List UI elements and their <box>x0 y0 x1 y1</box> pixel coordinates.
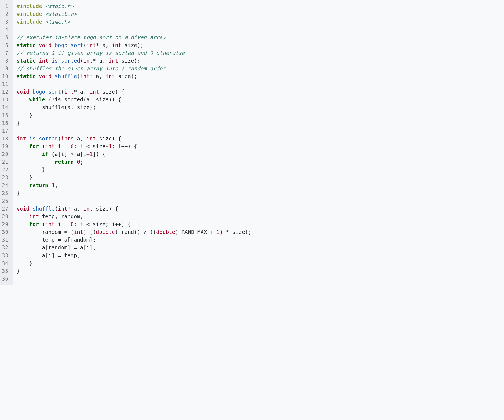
code-token <box>17 96 29 103</box>
code-token <box>52 42 55 48</box>
code-token: int <box>80 73 90 79</box>
code-line <box>17 197 504 205</box>
code-token: // returns 1 if given array is sorted an… <box>17 50 185 56</box>
line-number: 19 <box>0 142 11 150</box>
code-token: } <box>17 174 32 180</box>
code-token: void <box>39 42 52 48</box>
code-line: void shuffle(int* a, int size) { <box>17 205 504 212</box>
code-token: int <box>112 42 121 48</box>
line-number: 24 <box>0 181 11 189</box>
code-token <box>29 89 32 95</box>
code-line: a[random] = a[i]; <box>17 244 504 251</box>
code-line <box>17 25 504 33</box>
code-token: a[i] = temp; <box>17 252 80 258</box>
code-line: static int is_sorted(int* a, int size); <box>17 57 504 65</box>
code-token: temp, random; <box>39 213 83 219</box>
code-token: return <box>55 159 74 165</box>
code-token: * a, <box>96 42 112 48</box>
line-number: 15 <box>0 111 11 119</box>
code-line <box>17 80 504 88</box>
line-number: 21 <box>0 158 11 166</box>
code-token: ( <box>39 221 45 227</box>
code-token: } <box>17 268 20 274</box>
code-token: i = <box>55 221 70 227</box>
line-number: 20 <box>0 150 11 158</box>
code-token: ( <box>77 73 80 79</box>
code-token <box>29 206 32 212</box>
code-token: ( <box>58 135 61 142</box>
code-token: int <box>45 143 55 149</box>
code-token: ( <box>80 58 83 64</box>
code-token <box>26 135 29 142</box>
code-line: int is_sorted(int* a, int size) { <box>17 135 504 142</box>
code-token: size); <box>115 73 137 79</box>
code-token: return <box>29 182 49 188</box>
code-token: ( <box>61 89 64 95</box>
code-line: temp = a[random]; <box>17 236 504 244</box>
code-token <box>74 159 77 165</box>
code-token: size) { <box>93 206 118 212</box>
code-token <box>17 182 29 188</box>
code-token: } <box>17 167 45 173</box>
code-token: } <box>17 190 20 196</box>
code-token: } <box>17 112 32 118</box>
code-token: shuffle <box>32 206 55 212</box>
code-token: ; i++) { <box>112 143 137 149</box>
code-token: ; <box>80 159 83 165</box>
code-line: } <box>17 119 504 127</box>
code-token: (a[i] > a[i+ <box>48 151 90 157</box>
code-token: static <box>17 73 36 79</box>
line-number: 1 <box>0 2 11 10</box>
code-token: for <box>29 221 39 227</box>
code-token: <time.h> <box>45 19 71 25</box>
code-token <box>48 182 51 188</box>
code-token: int <box>45 221 55 227</box>
line-number: 13 <box>0 96 11 103</box>
code-line: while (!is_sorted(a, size)) { <box>17 96 504 103</box>
line-number: 31 <box>0 236 11 244</box>
code-token: shuffle <box>55 73 77 79</box>
code-line: #include <stdio.h> <box>17 2 504 10</box>
code-token <box>17 221 29 227</box>
code-line: } <box>17 166 504 173</box>
code-token: int <box>109 58 118 64</box>
code-line: #include <stdlib.h> <box>17 10 504 18</box>
line-number: 9 <box>0 65 11 72</box>
code-line: // executes in-place bogo sort on a give… <box>17 33 504 41</box>
line-number: 7 <box>0 49 11 57</box>
code-token: a[random] = a[i]; <box>17 244 96 250</box>
code-token: int <box>74 229 83 235</box>
line-number: 26 <box>0 197 11 205</box>
code-line: return 0; <box>17 158 504 166</box>
code-token: * a, <box>71 135 86 142</box>
line-number: 34 <box>0 259 11 267</box>
code-line: shuffle(a, size); <box>17 103 504 111</box>
code-token: static <box>17 42 36 48</box>
code-token: bogo_sort <box>55 42 83 48</box>
line-number: 25 <box>0 189 11 197</box>
code-token: temp = a[random]; <box>17 237 96 243</box>
code-token <box>17 143 29 149</box>
code-line: } <box>17 267 504 275</box>
code-token <box>17 213 29 219</box>
code-token: ; <box>55 182 58 188</box>
code-token: while <box>29 96 45 103</box>
code-token: 1 <box>217 229 220 235</box>
code-token <box>36 73 39 79</box>
code-token: } <box>17 120 20 126</box>
code-token: if <box>42 151 49 157</box>
code-line: return 1; <box>17 181 504 189</box>
code-token: 1 <box>90 151 93 157</box>
code-token: int <box>17 135 26 142</box>
code-token: bogo_sort <box>32 89 61 95</box>
code-token: void <box>17 206 29 212</box>
code-token: int <box>29 213 39 219</box>
code-token: #include <box>17 11 45 17</box>
code-token: is_sorted <box>29 135 58 142</box>
code-content[interactable]: #include <stdio.h>#include <stdlib.h>#in… <box>13 0 504 285</box>
code-token: ) RAND_MAX + <box>175 229 217 235</box>
code-token: #include <box>17 19 45 25</box>
code-token: ) rand() / (( <box>115 229 156 235</box>
code-token: double <box>156 229 175 235</box>
line-number: 33 <box>0 252 11 259</box>
